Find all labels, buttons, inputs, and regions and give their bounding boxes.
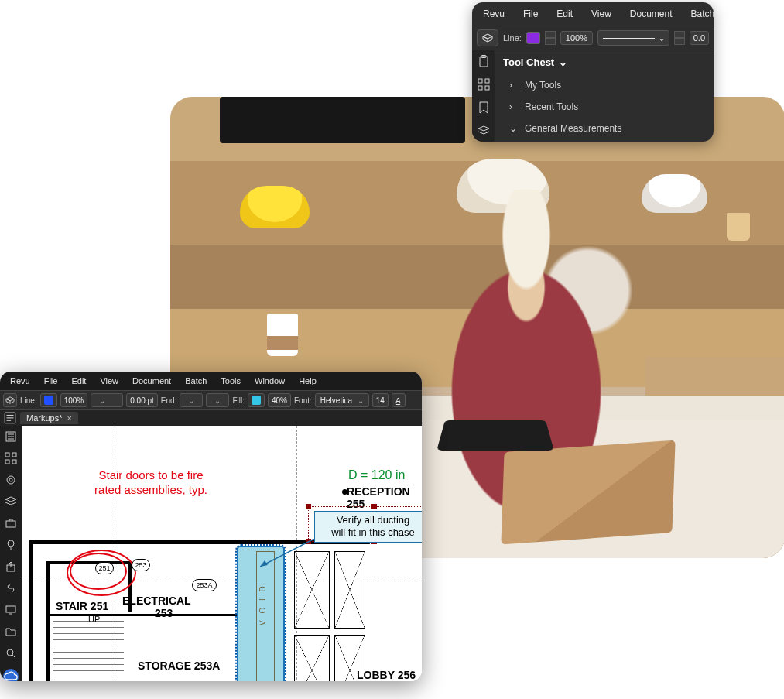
bookmark-icon[interactable] bbox=[478, 101, 490, 114]
svg-line-27 bbox=[12, 655, 15, 658]
menu-help[interactable]: Help bbox=[292, 374, 324, 388]
menu-revu[interactable]: Revu bbox=[3, 374, 37, 388]
font-select[interactable]: Helvetica bbox=[315, 393, 369, 407]
chevron-right-icon: › bbox=[509, 101, 517, 112]
export-icon[interactable] bbox=[5, 560, 17, 573]
pt-value[interactable]: 0.00 pt bbox=[126, 393, 158, 407]
label-lobby: LOBBY 256 bbox=[357, 669, 416, 681]
svg-point-18 bbox=[7, 476, 15, 484]
tablet bbox=[437, 420, 554, 451]
tab-label: Markups* bbox=[26, 413, 62, 423]
menu-view[interactable]: View bbox=[93, 374, 125, 388]
tab-markups[interactable]: Markups* × bbox=[20, 412, 78, 424]
layers-icon[interactable] bbox=[478, 125, 490, 137]
tool-chest-title: Tool Chest bbox=[503, 57, 554, 68]
svg-marker-29 bbox=[260, 560, 268, 567]
list-icon[interactable] bbox=[5, 430, 17, 443]
roomnum-251: 251 bbox=[95, 562, 114, 574]
svg-rect-3 bbox=[485, 79, 489, 83]
svg-rect-15 bbox=[12, 453, 16, 457]
tool-chest-panel: Revu File Edit View Document Batch Line:… bbox=[472, 2, 714, 142]
svg-rect-5 bbox=[485, 86, 489, 90]
zoom-value[interactable]: 100% bbox=[60, 393, 88, 407]
menu-batch[interactable]: Batch bbox=[682, 5, 714, 22]
link-icon[interactable] bbox=[5, 582, 17, 594]
monitor-icon[interactable] bbox=[5, 604, 17, 616]
tool-chest-header[interactable]: Tool Chest ⌄ bbox=[495, 50, 714, 74]
coffee-cup bbox=[267, 314, 298, 356]
pin-icon[interactable] bbox=[5, 539, 17, 551]
dimension-d120[interactable]: D = 120 in bbox=[348, 468, 405, 482]
box-dropdown-icon[interactable] bbox=[3, 393, 17, 407]
fill-label: Fill: bbox=[232, 396, 245, 405]
item-recent-tools[interactable]: › Recent Tools bbox=[495, 96, 714, 118]
cloud-icon[interactable] bbox=[3, 669, 19, 681]
menu-revu[interactable]: Revu bbox=[474, 5, 514, 22]
item-label: General Measurements bbox=[525, 123, 621, 134]
svg-rect-17 bbox=[12, 460, 16, 464]
line-style-select[interactable] bbox=[597, 30, 669, 46]
fill-pct[interactable]: 40% bbox=[268, 393, 291, 407]
line-style-select[interactable] bbox=[91, 393, 123, 407]
top-toolbar: Line: 100% 0.0 bbox=[472, 26, 714, 50]
tool-chest-list: Tool Chest ⌄ › My Tools › Recent Tools ⌄… bbox=[495, 50, 714, 142]
chevron-down-icon: ⌄ bbox=[509, 123, 517, 134]
menu-document[interactable]: Document bbox=[621, 5, 682, 22]
item-my-tools[interactable]: › My Tools bbox=[495, 74, 714, 96]
app-tabstrip: Markups* × bbox=[0, 410, 422, 426]
zoom-stepper[interactable] bbox=[545, 31, 556, 45]
paper-cup bbox=[727, 213, 750, 241]
svg-point-26 bbox=[7, 649, 13, 656]
fill-color[interactable] bbox=[248, 393, 265, 407]
line-color[interactable] bbox=[40, 393, 57, 407]
svg-line-28 bbox=[260, 539, 314, 567]
chevron-right-icon: › bbox=[509, 80, 517, 91]
label-storage-253a: STORAGE 253A bbox=[138, 660, 220, 672]
marker-dot bbox=[342, 489, 347, 495]
svg-rect-20 bbox=[6, 521, 15, 527]
document-icon[interactable] bbox=[3, 412, 17, 424]
stairs-graphic bbox=[53, 621, 124, 681]
color-swatch[interactable] bbox=[526, 32, 540, 44]
grid-icon[interactable] bbox=[5, 452, 17, 464]
grid-icon[interactable] bbox=[478, 78, 490, 91]
menu-tools[interactable]: Tools bbox=[214, 374, 248, 388]
menu-edit[interactable]: Edit bbox=[547, 5, 582, 22]
menu-file[interactable]: File bbox=[37, 374, 65, 388]
width-value[interactable]: 0.0 bbox=[690, 31, 709, 45]
drawing-canvas[interactable]: V O I D 251 253 253A RECEPTION 255 STAIR… bbox=[22, 426, 422, 681]
svg-rect-2 bbox=[478, 79, 482, 83]
hardhat-yellow bbox=[240, 186, 310, 228]
menu-view[interactable]: View bbox=[582, 5, 621, 22]
annotation-callout[interactable]: Verify all ducting will fit in this chas… bbox=[314, 511, 422, 543]
close-icon[interactable]: × bbox=[67, 413, 71, 423]
item-label: My Tools bbox=[525, 80, 561, 91]
width-stepper[interactable] bbox=[674, 31, 685, 45]
label-up: UP bbox=[88, 615, 100, 624]
menu-file[interactable]: File bbox=[514, 5, 547, 22]
hardhat-white-shelf bbox=[642, 174, 707, 213]
gear-icon[interactable] bbox=[5, 474, 17, 486]
annotation-red-note[interactable]: Stair doors to be fire rated assemblies,… bbox=[70, 468, 232, 498]
top-menubar: Revu File Edit View Document Batch bbox=[472, 2, 714, 26]
clipboard-icon[interactable] bbox=[478, 55, 490, 67]
briefcase-icon[interactable] bbox=[5, 517, 17, 529]
binder bbox=[501, 440, 675, 544]
menu-window[interactable]: Window bbox=[248, 374, 292, 388]
item-general-measurements[interactable]: ⌄ General Measurements bbox=[495, 118, 714, 139]
callout-leader bbox=[260, 539, 317, 570]
menu-batch[interactable]: Batch bbox=[178, 374, 214, 388]
roomnum-253: 253 bbox=[132, 559, 150, 571]
svg-point-21 bbox=[8, 540, 14, 547]
search-icon[interactable] bbox=[5, 647, 17, 660]
end-style-select-2[interactable] bbox=[206, 393, 229, 407]
menu-document[interactable]: Document bbox=[125, 374, 178, 388]
box-dropdown-icon[interactable] bbox=[477, 29, 498, 46]
zoom-value[interactable]: 100% bbox=[560, 31, 593, 45]
menu-edit[interactable]: Edit bbox=[64, 374, 93, 388]
layers-icon[interactable] bbox=[5, 495, 17, 508]
folder-icon[interactable] bbox=[5, 625, 17, 638]
end-style-select[interactable] bbox=[180, 393, 203, 407]
text-format-icon[interactable]: A̲ bbox=[392, 393, 406, 407]
font-size[interactable]: 14 bbox=[372, 393, 389, 407]
